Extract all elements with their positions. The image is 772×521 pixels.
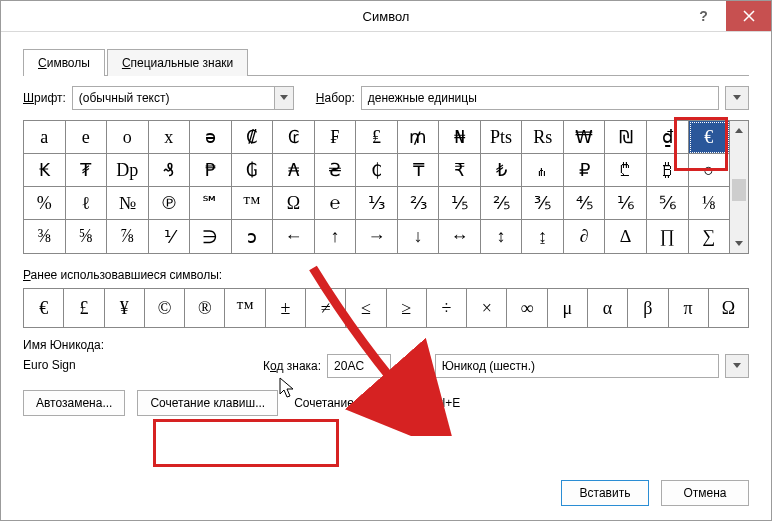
symbol-cell[interactable]: ℮ (315, 187, 357, 220)
symbol-cell[interactable]: ∆ (605, 220, 647, 253)
symbol-cell[interactable]: Dp (107, 154, 149, 187)
symbol-cell[interactable]: ↨ (522, 220, 564, 253)
symbol-cell[interactable]: ₾ (605, 154, 647, 187)
recent-symbol-cell[interactable]: × (467, 289, 507, 327)
tab-special[interactable]: Специальные знаки (107, 49, 248, 76)
symbol-cell[interactable]: Rs (522, 121, 564, 154)
symbol-cell[interactable]: ⅙ (605, 187, 647, 220)
shortcut-key-button[interactable]: Сочетание клавиш... (137, 390, 278, 416)
symbol-cell[interactable]: ⅘ (564, 187, 606, 220)
symbol-cell[interactable]: ₸ (398, 154, 440, 187)
symbol-cell[interactable]: ₫ (647, 121, 689, 154)
symbol-cell[interactable]: ℓ (66, 187, 108, 220)
set-dropdown[interactable]: денежные единицы (361, 86, 719, 110)
recent-symbol-cell[interactable]: ™ (225, 289, 265, 327)
symbol-cell[interactable]: € (689, 121, 731, 154)
symbol-cell[interactable]: ⅓ (356, 187, 398, 220)
symbol-cell[interactable]: ₡ (232, 121, 274, 154)
symbol-cell[interactable]: ↓ (398, 220, 440, 253)
symbol-cell[interactable]: ₲ (232, 154, 274, 187)
recent-symbol-cell[interactable]: β (628, 289, 668, 327)
symbol-cell[interactable]: ₢ (273, 121, 315, 154)
symbol-cell[interactable]: ₦ (439, 121, 481, 154)
encoding-dropdown-arrow[interactable] (725, 354, 749, 378)
grid-scrollbar[interactable] (730, 120, 749, 254)
symbol-cell[interactable]: ₴ (315, 154, 357, 187)
symbol-cell[interactable]: ⅕ (439, 187, 481, 220)
symbol-cell[interactable]: ∋ (190, 220, 232, 253)
symbol-cell[interactable]: ⅗ (522, 187, 564, 220)
symbol-cell[interactable]: ↑ (315, 220, 357, 253)
symbol-cell[interactable]: e (66, 121, 108, 154)
symbol-cell[interactable]: ↕ (481, 220, 523, 253)
autocorrect-button[interactable]: Автозамена... (23, 390, 125, 416)
recent-symbol-cell[interactable]: Ω (709, 289, 748, 327)
set-dropdown-arrow[interactable] (725, 86, 749, 110)
symbol-cell[interactable]: ₮ (66, 154, 108, 187)
symbol-cell[interactable]: ↔ (439, 220, 481, 253)
symbol-cell[interactable]: ₹ (439, 154, 481, 187)
scroll-down-icon[interactable] (730, 235, 748, 253)
symbol-cell[interactable]: ⅛ (689, 187, 731, 220)
symbol-cell[interactable]: o (107, 121, 149, 154)
symbol-cell[interactable]: ₱ (190, 154, 232, 187)
symbol-cell[interactable]: a (24, 121, 66, 154)
recent-symbol-cell[interactable]: ¥ (105, 289, 145, 327)
code-input[interactable]: 20AC (327, 354, 391, 378)
recent-symbol-cell[interactable]: ® (185, 289, 225, 327)
recent-symbol-cell[interactable]: α (588, 289, 628, 327)
recent-symbol-cell[interactable]: ± (266, 289, 306, 327)
recent-symbol-cell[interactable]: ≤ (346, 289, 386, 327)
symbol-cell[interactable]: x (149, 121, 191, 154)
scroll-track[interactable] (730, 139, 748, 235)
symbol-cell[interactable]: ⅝ (66, 220, 108, 253)
insert-button[interactable]: Вставить (561, 480, 649, 506)
symbol-cell[interactable]: ○ (689, 154, 731, 187)
close-button[interactable] (726, 1, 771, 31)
symbol-cell[interactable]: ₺ (481, 154, 523, 187)
recent-symbol-cell[interactable]: ÷ (427, 289, 467, 327)
symbol-cell[interactable]: Pts (481, 121, 523, 154)
symbol-cell[interactable]: ∑ (689, 220, 731, 253)
encoding-dropdown[interactable]: Юникод (шестн.) (435, 354, 719, 378)
symbol-cell[interactable]: ∏ (647, 220, 689, 253)
scroll-thumb[interactable] (732, 179, 746, 201)
symbol-cell[interactable]: ℠ (190, 187, 232, 220)
symbol-cell[interactable]: ₪ (605, 121, 647, 154)
symbol-cell[interactable]: ₿ (647, 154, 689, 187)
symbol-cell[interactable]: № (107, 187, 149, 220)
symbol-cell[interactable]: ₩ (564, 121, 606, 154)
symbol-cell[interactable]: ⅔ (398, 187, 440, 220)
symbol-cell[interactable]: → (356, 220, 398, 253)
symbol-cell[interactable]: ⅖ (481, 187, 523, 220)
symbol-cell[interactable]: ← (273, 220, 315, 253)
symbol-cell[interactable]: ₭ (24, 154, 66, 187)
recent-symbol-cell[interactable]: ≠ (306, 289, 346, 327)
help-button[interactable]: ? (681, 1, 726, 31)
symbol-cell[interactable]: ⅜ (24, 220, 66, 253)
symbol-cell[interactable]: ₰ (149, 154, 191, 187)
symbol-cell[interactable]: ∂ (564, 220, 606, 253)
recent-symbol-cell[interactable]: © (145, 289, 185, 327)
symbol-cell[interactable]: ə (190, 121, 232, 154)
symbol-cell[interactable]: ₽ (564, 154, 606, 187)
recent-symbol-cell[interactable]: € (24, 289, 64, 327)
symbol-cell[interactable]: ₳ (273, 154, 315, 187)
symbol-cell[interactable]: ↄ (232, 220, 274, 253)
symbol-cell[interactable]: Ω (273, 187, 315, 220)
symbol-cell[interactable]: % (24, 187, 66, 220)
tab-symbols[interactable]: Символы (23, 49, 105, 76)
scroll-up-icon[interactable] (730, 121, 748, 139)
recent-symbol-cell[interactable]: μ (548, 289, 588, 327)
symbol-cell[interactable]: ₼ (522, 154, 564, 187)
symbol-cell[interactable]: ⅚ (647, 187, 689, 220)
recent-symbol-cell[interactable]: £ (64, 289, 104, 327)
cancel-button[interactable]: Отмена (661, 480, 749, 506)
recent-symbol-cell[interactable]: ∞ (507, 289, 547, 327)
symbol-cell[interactable]: ℗ (149, 187, 191, 220)
symbol-cell[interactable]: ₣ (315, 121, 357, 154)
symbol-cell[interactable]: ⅟ (149, 220, 191, 253)
symbol-cell[interactable]: ™ (232, 187, 274, 220)
font-dropdown[interactable]: (обычный текст) (72, 86, 294, 110)
symbol-cell[interactable]: ₵ (356, 154, 398, 187)
